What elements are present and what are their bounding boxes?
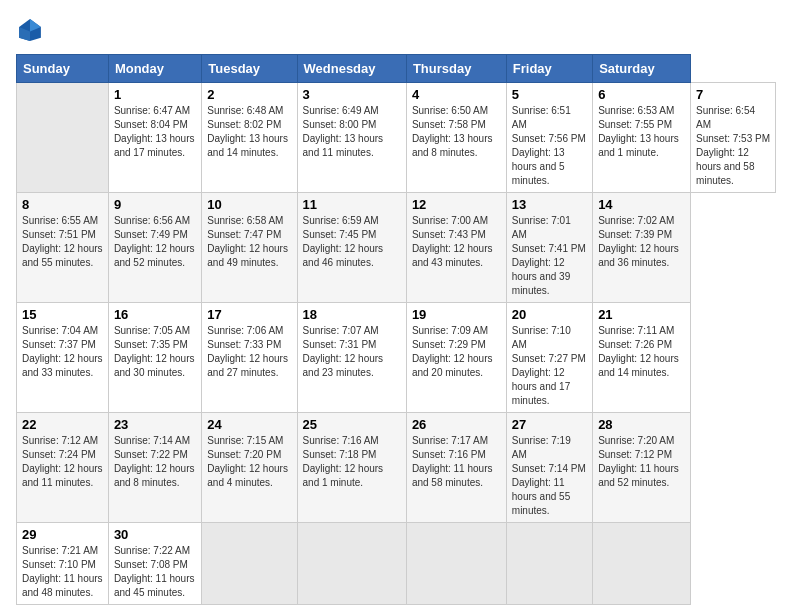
col-header-sunday: Sunday bbox=[17, 55, 109, 83]
calendar-cell: 3 Sunrise: 6:49 AMSunset: 8:00 PMDayligh… bbox=[297, 83, 406, 193]
day-number: 1 bbox=[114, 87, 196, 102]
day-info: Sunrise: 7:21 AMSunset: 7:10 PMDaylight:… bbox=[22, 544, 103, 600]
day-info: Sunrise: 7:20 AMSunset: 7:12 PMDaylight:… bbox=[598, 434, 685, 490]
day-info: Sunrise: 6:59 AMSunset: 7:45 PMDaylight:… bbox=[303, 214, 401, 270]
calendar-cell: 15 Sunrise: 7:04 AMSunset: 7:37 PMDaylig… bbox=[17, 303, 109, 413]
day-info: Sunrise: 7:11 AMSunset: 7:26 PMDaylight:… bbox=[598, 324, 685, 380]
calendar-table: SundayMondayTuesdayWednesdayThursdayFrid… bbox=[16, 54, 776, 605]
week-row-1: 1 Sunrise: 6:47 AMSunset: 8:04 PMDayligh… bbox=[17, 83, 776, 193]
day-number: 30 bbox=[114, 527, 196, 542]
calendar-cell: 30 Sunrise: 7:22 AMSunset: 7:08 PMDaylig… bbox=[108, 523, 201, 605]
day-number: 26 bbox=[412, 417, 501, 432]
day-info: Sunrise: 7:06 AMSunset: 7:33 PMDaylight:… bbox=[207, 324, 291, 380]
day-number: 15 bbox=[22, 307, 103, 322]
calendar-cell bbox=[406, 523, 506, 605]
day-info: Sunrise: 6:55 AMSunset: 7:51 PMDaylight:… bbox=[22, 214, 103, 270]
col-header-monday: Monday bbox=[108, 55, 201, 83]
col-header-thursday: Thursday bbox=[406, 55, 506, 83]
calendar-cell: 7 Sunrise: 6:54 AMSunset: 7:53 PMDayligh… bbox=[691, 83, 776, 193]
day-info: Sunrise: 6:56 AMSunset: 7:49 PMDaylight:… bbox=[114, 214, 196, 270]
day-number: 12 bbox=[412, 197, 501, 212]
week-row-3: 15 Sunrise: 7:04 AMSunset: 7:37 PMDaylig… bbox=[17, 303, 776, 413]
col-header-tuesday: Tuesday bbox=[202, 55, 297, 83]
day-info: Sunrise: 7:07 AMSunset: 7:31 PMDaylight:… bbox=[303, 324, 401, 380]
day-number: 24 bbox=[207, 417, 291, 432]
day-info: Sunrise: 7:22 AMSunset: 7:08 PMDaylight:… bbox=[114, 544, 196, 600]
week-row-4: 22 Sunrise: 7:12 AMSunset: 7:24 PMDaylig… bbox=[17, 413, 776, 523]
calendar-cell bbox=[506, 523, 592, 605]
day-info: Sunrise: 7:15 AMSunset: 7:20 PMDaylight:… bbox=[207, 434, 291, 490]
day-info: Sunrise: 7:09 AMSunset: 7:29 PMDaylight:… bbox=[412, 324, 501, 380]
day-number: 20 bbox=[512, 307, 587, 322]
day-number: 21 bbox=[598, 307, 685, 322]
day-info: Sunrise: 7:04 AMSunset: 7:37 PMDaylight:… bbox=[22, 324, 103, 380]
day-info: Sunrise: 7:05 AMSunset: 7:35 PMDaylight:… bbox=[114, 324, 196, 380]
calendar-cell bbox=[297, 523, 406, 605]
week-row-2: 8 Sunrise: 6:55 AMSunset: 7:51 PMDayligh… bbox=[17, 193, 776, 303]
day-number: 9 bbox=[114, 197, 196, 212]
day-number: 5 bbox=[512, 87, 587, 102]
calendar-cell bbox=[202, 523, 297, 605]
calendar-cell: 4 Sunrise: 6:50 AMSunset: 7:58 PMDayligh… bbox=[406, 83, 506, 193]
calendar-cell: 1 Sunrise: 6:47 AMSunset: 8:04 PMDayligh… bbox=[108, 83, 201, 193]
day-number: 2 bbox=[207, 87, 291, 102]
calendar-cell: 6 Sunrise: 6:53 AMSunset: 7:55 PMDayligh… bbox=[593, 83, 691, 193]
calendar-cell: 12 Sunrise: 7:00 AMSunset: 7:43 PMDaylig… bbox=[406, 193, 506, 303]
day-number: 13 bbox=[512, 197, 587, 212]
day-number: 22 bbox=[22, 417, 103, 432]
calendar-cell: 21 Sunrise: 7:11 AMSunset: 7:26 PMDaylig… bbox=[593, 303, 691, 413]
calendar-cell: 16 Sunrise: 7:05 AMSunset: 7:35 PMDaylig… bbox=[108, 303, 201, 413]
day-info: Sunrise: 6:47 AMSunset: 8:04 PMDaylight:… bbox=[114, 104, 196, 160]
calendar-cell: 20 Sunrise: 7:10 AMSunset: 7:27 PMDaylig… bbox=[506, 303, 592, 413]
day-number: 10 bbox=[207, 197, 291, 212]
calendar-cell: 2 Sunrise: 6:48 AMSunset: 8:02 PMDayligh… bbox=[202, 83, 297, 193]
day-number: 3 bbox=[303, 87, 401, 102]
day-number: 17 bbox=[207, 307, 291, 322]
day-info: Sunrise: 6:49 AMSunset: 8:00 PMDaylight:… bbox=[303, 104, 401, 160]
day-info: Sunrise: 6:50 AMSunset: 7:58 PMDaylight:… bbox=[412, 104, 501, 160]
day-number: 29 bbox=[22, 527, 103, 542]
day-number: 25 bbox=[303, 417, 401, 432]
day-number: 16 bbox=[114, 307, 196, 322]
calendar-cell: 24 Sunrise: 7:15 AMSunset: 7:20 PMDaylig… bbox=[202, 413, 297, 523]
day-info: Sunrise: 7:01 AMSunset: 7:41 PMDaylight:… bbox=[512, 214, 587, 298]
calendar-cell: 25 Sunrise: 7:16 AMSunset: 7:18 PMDaylig… bbox=[297, 413, 406, 523]
col-header-saturday: Saturday bbox=[593, 55, 691, 83]
calendar-cell: 17 Sunrise: 7:06 AMSunset: 7:33 PMDaylig… bbox=[202, 303, 297, 413]
calendar-cell: 28 Sunrise: 7:20 AMSunset: 7:12 PMDaylig… bbox=[593, 413, 691, 523]
day-info: Sunrise: 7:14 AMSunset: 7:22 PMDaylight:… bbox=[114, 434, 196, 490]
day-number: 7 bbox=[696, 87, 770, 102]
calendar-cell: 9 Sunrise: 6:56 AMSunset: 7:49 PMDayligh… bbox=[108, 193, 201, 303]
day-info: Sunrise: 7:02 AMSunset: 7:39 PMDaylight:… bbox=[598, 214, 685, 270]
day-info: Sunrise: 6:58 AMSunset: 7:47 PMDaylight:… bbox=[207, 214, 291, 270]
day-number: 14 bbox=[598, 197, 685, 212]
day-info: Sunrise: 6:53 AMSunset: 7:55 PMDaylight:… bbox=[598, 104, 685, 160]
day-info: Sunrise: 7:19 AMSunset: 7:14 PMDaylight:… bbox=[512, 434, 587, 518]
calendar-cell: 8 Sunrise: 6:55 AMSunset: 7:51 PMDayligh… bbox=[17, 193, 109, 303]
calendar-cell: 18 Sunrise: 7:07 AMSunset: 7:31 PMDaylig… bbox=[297, 303, 406, 413]
calendar-cell: 23 Sunrise: 7:14 AMSunset: 7:22 PMDaylig… bbox=[108, 413, 201, 523]
calendar-cell bbox=[593, 523, 691, 605]
day-number: 6 bbox=[598, 87, 685, 102]
day-info: Sunrise: 6:51 AMSunset: 7:56 PMDaylight:… bbox=[512, 104, 587, 188]
calendar-cell: 11 Sunrise: 6:59 AMSunset: 7:45 PMDaylig… bbox=[297, 193, 406, 303]
day-info: Sunrise: 7:00 AMSunset: 7:43 PMDaylight:… bbox=[412, 214, 501, 270]
day-number: 18 bbox=[303, 307, 401, 322]
day-number: 4 bbox=[412, 87, 501, 102]
col-header-wednesday: Wednesday bbox=[297, 55, 406, 83]
calendar-cell: 13 Sunrise: 7:01 AMSunset: 7:41 PMDaylig… bbox=[506, 193, 592, 303]
calendar-cell: 29 Sunrise: 7:21 AMSunset: 7:10 PMDaylig… bbox=[17, 523, 109, 605]
day-info: Sunrise: 6:48 AMSunset: 8:02 PMDaylight:… bbox=[207, 104, 291, 160]
calendar-cell: 14 Sunrise: 7:02 AMSunset: 7:39 PMDaylig… bbox=[593, 193, 691, 303]
logo-icon bbox=[16, 16, 44, 44]
week-row-5: 29 Sunrise: 7:21 AMSunset: 7:10 PMDaylig… bbox=[17, 523, 776, 605]
day-info: Sunrise: 7:16 AMSunset: 7:18 PMDaylight:… bbox=[303, 434, 401, 490]
day-info: Sunrise: 7:12 AMSunset: 7:24 PMDaylight:… bbox=[22, 434, 103, 490]
day-number: 23 bbox=[114, 417, 196, 432]
calendar-cell: 22 Sunrise: 7:12 AMSunset: 7:24 PMDaylig… bbox=[17, 413, 109, 523]
page-header bbox=[16, 16, 776, 44]
calendar-cell: 19 Sunrise: 7:09 AMSunset: 7:29 PMDaylig… bbox=[406, 303, 506, 413]
calendar-cell: 10 Sunrise: 6:58 AMSunset: 7:47 PMDaylig… bbox=[202, 193, 297, 303]
logo bbox=[16, 16, 48, 44]
day-number: 28 bbox=[598, 417, 685, 432]
